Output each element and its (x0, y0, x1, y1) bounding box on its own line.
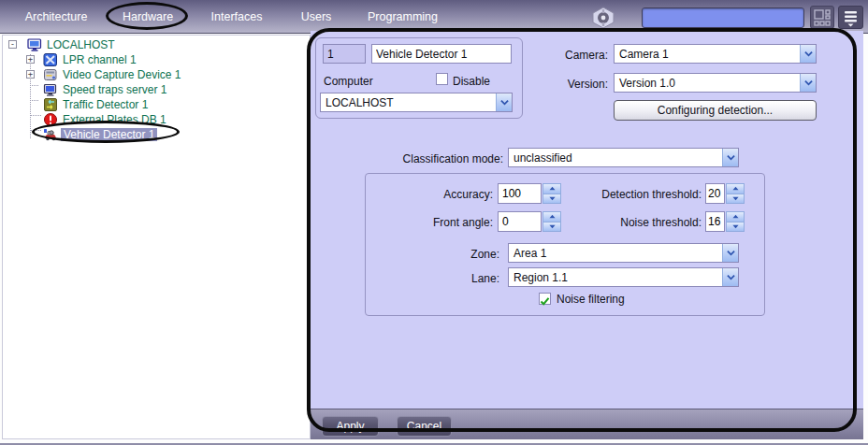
tree-row-external-plates-db[interactable]: External Plates DB 1 (3, 112, 310, 127)
tree-item-label[interactable]: Traffic Detector 1 (63, 98, 148, 111)
classification-mode-select[interactable]: unclassified (508, 148, 739, 167)
camera-label: Camera: (542, 49, 608, 62)
tree-row-video-capture[interactable]: + Video Capture Device 1 (3, 67, 310, 82)
layout-grid-icon (814, 9, 831, 26)
accuracy-input[interactable] (498, 183, 542, 204)
menu-programming[interactable]: Programming (358, 0, 447, 34)
layout-grid-button[interactable] (810, 6, 834, 29)
hamburger-menu-button[interactable] (838, 6, 863, 29)
application-window: Architecture Hardware Interfaces Users P… (0, 0, 868, 445)
menu-hardware[interactable]: Hardware (106, 0, 190, 34)
noise-threshold-up-button[interactable] (726, 211, 745, 222)
tree-item-label-selected[interactable]: Vehicle Detector 1 (61, 128, 157, 141)
version-select-value: Version 1.0 (615, 77, 800, 90)
vehicle-detector-icon (43, 127, 58, 142)
noise-filtering-checkbox[interactable] (539, 293, 551, 305)
zone-select[interactable]: Area 1 (508, 243, 739, 263)
version-label: Version: (542, 78, 608, 91)
zone-label: Zone: (441, 248, 499, 261)
accuracy-label: Accuracy: (395, 188, 493, 201)
object-name-field[interactable] (371, 44, 512, 64)
front-angle-up-button[interactable] (542, 211, 561, 222)
apply-button[interactable]: Apply (322, 416, 379, 437)
configuring-detection-button[interactable]: Configuring detection... (614, 100, 817, 121)
cancel-button[interactable]: Cancel (397, 416, 452, 437)
lane-select-value: Region 1.1 (509, 271, 722, 284)
front-angle-down-button[interactable] (542, 222, 561, 233)
accuracy-spinner (498, 183, 561, 204)
chevron-down-icon[interactable] (722, 244, 738, 262)
tree-item-label[interactable]: LOCALHOST (47, 38, 115, 51)
hamburger-menu-icon (843, 9, 859, 27)
video-capture-icon (43, 67, 58, 82)
disable-checkbox[interactable] (436, 73, 448, 85)
menu-interfaces[interactable]: Interfaces (195, 0, 279, 34)
chevron-down-icon[interactable] (722, 268, 738, 286)
detection-threshold-spinner (705, 183, 745, 204)
lane-label: Lane: (441, 272, 499, 285)
lane-select[interactable]: Region 1.1 (508, 267, 739, 287)
detection-threshold-down-button[interactable] (726, 194, 745, 205)
chevron-down-icon[interactable] (496, 93, 512, 111)
zone-select-value: Area 1 (509, 247, 722, 260)
camera-select[interactable]: Camera 1 (614, 44, 817, 64)
expand-toggle[interactable]: + (26, 70, 35, 79)
detection-threshold-label: Detection threshold: (580, 188, 702, 201)
object-id-field[interactable] (323, 44, 366, 64)
collapse-toggle[interactable]: - (8, 40, 17, 49)
tree-row-speed-traps[interactable]: Speed traps server 1 (3, 82, 310, 97)
tree-row-lpr-channel[interactable]: + LPR channel 1 (3, 52, 310, 67)
expand-toggle[interactable]: + (26, 55, 35, 64)
classification-mode-select-value: unclassified (509, 151, 722, 165)
menu-architecture[interactable]: Architecture (14, 0, 98, 34)
accuracy-up-button[interactable] (542, 183, 561, 194)
detection-threshold-up-button[interactable] (726, 183, 745, 194)
main-menubar: Architecture Hardware Interfaces Users P… (0, 0, 868, 34)
noise-filtering-label: Noise filtering (557, 293, 625, 306)
computer-monitor-icon (27, 37, 42, 52)
noise-threshold-spinner (705, 211, 745, 232)
front-angle-spinner (498, 211, 561, 232)
search-input[interactable] (642, 7, 804, 28)
tree-row-localhost[interactable]: - LOCALHOST (3, 37, 310, 52)
tree-row-traffic-detector[interactable]: Traffic Detector 1 (3, 97, 310, 112)
chevron-down-icon[interactable] (800, 45, 816, 63)
front-angle-input[interactable] (498, 211, 542, 232)
noise-threshold-input[interactable] (705, 211, 725, 232)
settings-footer-bar (311, 409, 863, 439)
version-select[interactable]: Version 1.0 (614, 73, 817, 93)
tree-item-label[interactable]: Video Capture Device 1 (63, 68, 181, 81)
vehicle-detector-settings-panel: Computer Disable LOCALHOST Camera: Camer… (311, 31, 863, 409)
tree-item-label[interactable]: External Plates DB 1 (63, 113, 166, 126)
menu-users[interactable]: Users (279, 0, 354, 34)
accuracy-down-button[interactable] (542, 194, 561, 205)
computer-select[interactable]: LOCALHOST (320, 93, 513, 112)
front-angle-label: Front angle: (395, 216, 493, 229)
lpr-channel-icon (43, 52, 58, 67)
tree-row-vehicle-detector[interactable]: Vehicle Detector 1 (3, 127, 310, 142)
noise-threshold-label: Noise threshold: (580, 216, 702, 229)
device-tree-panel: - LOCALHOST + LPR channel 1 (2, 35, 311, 439)
chevron-down-icon[interactable] (722, 149, 738, 166)
detection-threshold-input[interactable] (705, 183, 725, 204)
hexagon-logo-icon (591, 7, 615, 29)
green-check-icon (540, 296, 550, 307)
tree-item-label[interactable]: LPR channel 1 (63, 53, 137, 66)
computer-select-value: LOCALHOST (321, 96, 496, 109)
classification-mode-label: Classification mode: (367, 152, 503, 165)
chevron-down-icon[interactable] (800, 74, 816, 92)
tree-item-label[interactable]: Speed traps server 1 (63, 83, 166, 96)
computer-label: Computer (324, 75, 373, 88)
noise-threshold-down-button[interactable] (726, 222, 745, 233)
server-monitor-icon (43, 82, 58, 97)
traffic-detector-icon (43, 97, 58, 112)
alert-database-icon (43, 112, 58, 127)
disable-label: Disable (453, 75, 490, 88)
camera-select-value: Camera 1 (615, 48, 800, 61)
